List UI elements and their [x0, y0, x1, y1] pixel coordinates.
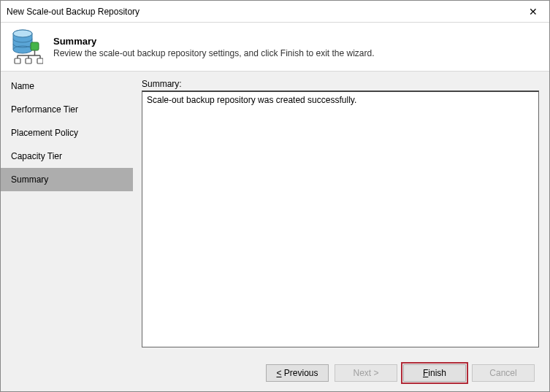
window-title: New Scale-out Backup Repository [7, 7, 140, 17]
cancel-button: Cancel [472, 364, 535, 382]
sidebar: Name Performance Tier Placement Policy C… [1, 72, 133, 355]
banner: Summary Review the scale-out backup repo… [1, 23, 549, 71]
close-button[interactable]: ✕ [517, 1, 549, 23]
summary-text: Scale-out backup repository was created … [147, 95, 356, 105]
banner-text: Summary Review the scale-out backup repo… [53, 36, 375, 58]
summary-label: Summary: [142, 79, 539, 89]
finish-button[interactable]: Finish [403, 364, 466, 382]
svg-point-3 [13, 30, 32, 37]
svg-rect-10 [15, 58, 20, 64]
footer: < Previous Next > Finish Cancel [1, 355, 549, 391]
content-panel: Summary: Scale-out backup repository was… [133, 72, 549, 355]
titlebar: New Scale-out Backup Repository ✕ [1, 1, 549, 23]
next-button: Next > [335, 364, 397, 382]
wizard-window: New Scale-out Backup Repository ✕ [0, 0, 550, 392]
close-icon: ✕ [529, 6, 538, 18]
banner-title: Summary [53, 36, 375, 47]
repository-icon [11, 29, 43, 64]
banner-description: Review the scale-out backup repository s… [53, 48, 375, 58]
cancel-button-label: Cancel [489, 368, 516, 378]
wizard-body: Name Performance Tier Placement Policy C… [1, 71, 549, 355]
next-button-label: Next > [353, 368, 378, 378]
sidebar-item-placement-policy[interactable]: Placement Policy [1, 121, 133, 145]
sidebar-item-capacity-tier[interactable]: Capacity Tier [1, 145, 133, 168]
sidebar-item-performance-tier[interactable]: Performance Tier [1, 98, 133, 121]
summary-textbox[interactable]: Scale-out backup repository was created … [142, 91, 539, 347]
finish-button-label: Finish [423, 368, 446, 378]
svg-rect-11 [26, 58, 31, 64]
previous-button[interactable]: < Previous [266, 364, 329, 382]
previous-button-label: < Previous [276, 368, 318, 378]
sidebar-item-summary[interactable]: Summary [1, 168, 133, 191]
svg-rect-4 [31, 42, 39, 50]
sidebar-item-name[interactable]: Name [1, 74, 133, 98]
svg-rect-12 [37, 58, 43, 64]
